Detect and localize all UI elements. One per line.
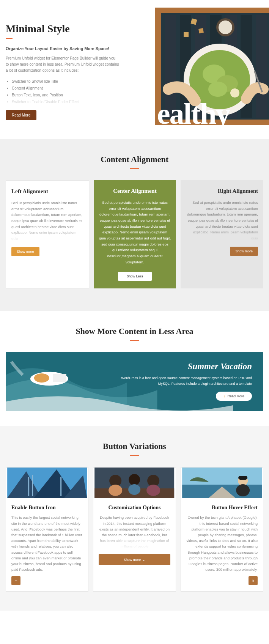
divider xyxy=(130,168,139,169)
content-alignment-section: Content Alignment Left Alignment Sed ut … xyxy=(0,139,269,311)
card-text: Sed ut perspiciatis unde omnis iste natu… xyxy=(99,200,171,265)
card-text: Despite having been acquired by Facebook… xyxy=(99,515,170,549)
hero-image-container: ealthy xyxy=(144,8,269,125)
hero-section: Minimal Style Organize Your Layout Easie… xyxy=(0,0,269,135)
card-title: Customization Options xyxy=(99,505,170,511)
svg-point-16 xyxy=(219,20,232,34)
section-heading: Button Variations xyxy=(6,441,263,451)
svg-point-35 xyxy=(109,485,122,496)
svg-rect-19 xyxy=(184,32,189,37)
svg-rect-24 xyxy=(53,374,66,382)
center-alignment-card: Center Alignment Sed ut perspiciatis und… xyxy=(94,180,176,288)
hero-description: Premium Unfold widget for Elementor Page… xyxy=(6,55,120,74)
card-title: Center Alignment xyxy=(99,188,171,194)
card-title: Left Alignment xyxy=(11,188,83,195)
card-title: Enable Button Icon xyxy=(11,505,83,511)
read-more-button[interactable]: Read More xyxy=(216,392,252,401)
hero-subtitle: Organize Your Layout Easier by Saving Mo… xyxy=(6,46,120,51)
button-variations-section: Button Variations Enable Button Icon Thi… xyxy=(0,426,269,611)
svg-rect-31 xyxy=(60,477,61,496)
svg-point-14 xyxy=(230,88,239,98)
svg-rect-8 xyxy=(256,15,267,118)
svg-rect-30 xyxy=(32,475,33,496)
hero-big-text: ealthy xyxy=(157,97,230,131)
list-item: Button Text, Icon, and Position xyxy=(12,92,120,99)
card-text: Sed ut perspiciatis unde omnis iste natu… xyxy=(186,200,258,241)
svg-point-45 xyxy=(236,484,250,496)
banner-text: WordPress is a free and open-source cont… xyxy=(112,375,252,386)
svg-rect-44 xyxy=(238,476,247,480)
list-item: Switcher to Show/Hide Title xyxy=(12,78,120,85)
read-more-button[interactable]: Read More xyxy=(6,110,36,120)
svg-point-37 xyxy=(128,484,140,495)
divider xyxy=(6,38,13,39)
list-item: Switcher to Enable/Disable Fader Effect xyxy=(12,99,120,105)
svg-rect-40 xyxy=(182,468,262,485)
people-image xyxy=(93,468,175,498)
button-hover-effect-card: Button Hover Effect Owned by the tech gi… xyxy=(181,467,263,592)
scroll-top-button[interactable]: « xyxy=(249,576,258,585)
card-text: This is easily the largest social networ… xyxy=(11,515,83,572)
show-more-button[interactable]: Show more xyxy=(11,247,39,256)
enable-button-icon-card: Enable Button Icon This is easily the la… xyxy=(6,467,88,592)
hero-feature-list: Switcher to Show/Hide Title Content Alig… xyxy=(6,78,120,105)
svg-point-39 xyxy=(146,485,160,496)
card-title: Right Alignment xyxy=(186,188,258,194)
divider xyxy=(130,455,139,456)
card-text: Sed ut perspiciatis unde omnis iste natu… xyxy=(11,200,83,242)
section-heading: Show More Content in Less Area xyxy=(6,326,263,336)
show-more-section: Show More Content in Less Area Summer Va… xyxy=(0,311,269,426)
building-image xyxy=(6,468,88,498)
section-heading: Content Alignment xyxy=(6,154,263,164)
hero-title: Minimal Style xyxy=(6,23,120,35)
customization-options-card: Customization Options Despite having bee… xyxy=(93,467,176,592)
divider xyxy=(130,340,139,341)
show-more-button[interactable]: Show more xyxy=(230,247,258,256)
card-text: Owned by the tech giant Alphabet (Google… xyxy=(186,515,258,572)
left-alignment-card: Left Alignment Sed ut perspiciatis unde … xyxy=(6,180,89,288)
show-less-button[interactable]: Show Less xyxy=(118,272,151,281)
collapse-button[interactable]: − xyxy=(11,576,20,585)
card-title: Button Hover Effect xyxy=(186,505,258,511)
svg-rect-29 xyxy=(28,477,29,496)
svg-point-23 xyxy=(34,373,49,383)
svg-rect-18 xyxy=(198,28,204,33)
summer-vacation-banner: Summer Vacation WordPress is a free and … xyxy=(6,352,263,411)
list-item: Content Alignment xyxy=(12,85,120,92)
banner-title: Summer Vacation xyxy=(112,362,252,372)
svg-point-13 xyxy=(208,82,227,97)
show-more-button[interactable]: Show more xyxy=(99,554,170,565)
right-alignment-card: Right Alignment Sed ut perspiciatis unde… xyxy=(181,180,263,288)
boat-image xyxy=(181,468,263,498)
svg-point-36 xyxy=(129,474,140,485)
